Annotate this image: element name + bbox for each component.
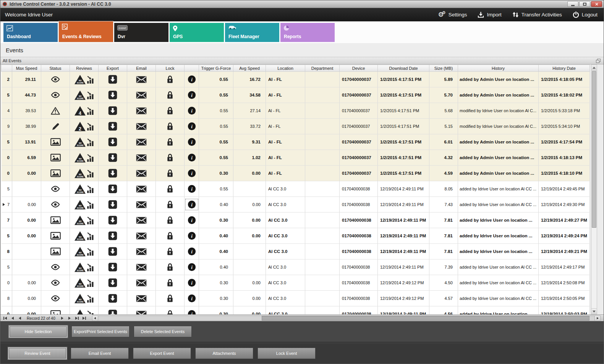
review-stats-icon[interactable]: [86, 201, 94, 209]
minimize-button[interactable]: [567, 1, 578, 7]
event-row[interactable]: 8 0.00 NOSCORE i 0.30 0.00 Al CC 3.0 017…: [2, 291, 590, 306]
info-icon[interactable]: i: [188, 263, 196, 271]
column-header-device[interactable]: Device: [340, 65, 378, 72]
scroll-down-button[interactable]: [591, 308, 597, 314]
review-score-badge[interactable]: NOSCORE: [74, 137, 86, 147]
pencil-icon[interactable]: [52, 122, 60, 130]
eye-icon[interactable]: [50, 76, 60, 82]
review-stats-icon[interactable]: [86, 138, 94, 146]
eye-icon[interactable]: [50, 92, 60, 98]
lock-icon[interactable]: [167, 216, 173, 224]
info-icon[interactable]: i: [188, 138, 196, 146]
lock-icon[interactable]: [167, 294, 173, 303]
email-icon[interactable]: [136, 170, 147, 177]
event-row[interactable]: 0 0.00 NOSCORE i 0.30 0.00 Al CC 3.0 017…: [2, 306, 590, 315]
review-stats-icon[interactable]: [86, 310, 94, 315]
vertical-scroll-track[interactable]: [591, 71, 597, 308]
review-score-badge[interactable]: NOSCORE: [74, 293, 86, 304]
review-stats-icon[interactable]: [86, 185, 94, 193]
event-row[interactable]: 5 NOSCORE i 0.55 Al CC 3.0 017040000038 …: [2, 181, 590, 197]
tab-reports[interactable]: Reports: [280, 23, 335, 42]
export-icon[interactable]: [108, 153, 117, 162]
lock-icon[interactable]: [167, 279, 173, 287]
tab-dashboard[interactable]: Dashboard: [3, 23, 58, 42]
review-stats-icon[interactable]: [86, 169, 94, 177]
review-stats-icon[interactable]: [86, 122, 94, 130]
review-stats-icon[interactable]: [86, 91, 94, 99]
event-row[interactable]: 5 13.91 NOSCORE i 0.55 9.31 Al - FL 0170…: [2, 134, 590, 150]
lock-event-button[interactable]: Lock Event: [257, 348, 316, 359]
lock-icon[interactable]: [167, 169, 173, 177]
export-icon[interactable]: [108, 137, 117, 147]
export-icon[interactable]: [108, 200, 117, 209]
review-score-badge[interactable]: NOSCORE: [74, 262, 86, 272]
review-score-badge[interactable]: NOSCORE: [74, 74, 86, 85]
tab-fleet-manager[interactable]: Fleet Manager: [225, 23, 279, 42]
eye-icon[interactable]: [50, 264, 60, 270]
lock-icon[interactable]: [167, 75, 173, 84]
info-icon[interactable]: i: [188, 294, 196, 303]
vertical-scrollbar[interactable]: [591, 64, 597, 314]
eye-icon[interactable]: [50, 186, 60, 192]
column-header-info[interactable]: [185, 65, 199, 72]
info-icon[interactable]: i: [188, 247, 196, 256]
export-print-selected-events-button[interactable]: Export/Print Selected Events: [71, 326, 130, 337]
scroll-right-button[interactable]: [594, 316, 600, 321]
image-icon[interactable]: [50, 232, 61, 240]
email-icon[interactable]: [136, 232, 147, 240]
event-row[interactable]: 5 44.73 NOSCORE i 0.55 34.58 Al - FL 017…: [2, 87, 590, 103]
nav-end-button[interactable]: [81, 316, 87, 321]
lock-icon[interactable]: [167, 310, 173, 314]
review-score-badge[interactable]: NOSCORE: [74, 231, 86, 241]
warning-icon[interactable]: [51, 107, 60, 115]
horizontal-scrollbar[interactable]: [92, 316, 601, 321]
email-icon[interactable]: [136, 154, 147, 161]
email-icon[interactable]: [136, 201, 147, 208]
event-row[interactable]: 2 29.11 NOSCORE i 0.55 16.72 Al - FL 017…: [2, 72, 590, 87]
info-icon[interactable]: i: [188, 310, 196, 314]
lock-icon[interactable]: [167, 247, 173, 256]
review-stats-icon[interactable]: [86, 154, 94, 162]
export-icon[interactable]: [108, 90, 117, 100]
image-icon[interactable]: [50, 154, 61, 161]
column-header-location[interactable]: Location: [266, 65, 305, 72]
export-icon[interactable]: [108, 294, 117, 303]
nav-prev-button[interactable]: [16, 316, 23, 321]
review-score-badge[interactable]: NOSCORE: [74, 200, 86, 210]
info-icon[interactable]: i: [188, 75, 196, 84]
review-stats-icon[interactable]: [86, 107, 94, 115]
column-header-department[interactable]: Department: [305, 65, 340, 72]
lock-icon[interactable]: [167, 232, 173, 240]
column-header-trigger-g-force[interactable]: Trigger G-Force: [199, 65, 233, 72]
lock-icon[interactable]: [167, 153, 173, 162]
review-score-badge[interactable]: NOSCORE: [74, 246, 86, 257]
tab-dvr[interactable]: EVENTDvr: [114, 23, 168, 42]
review-score-badge[interactable]: NOSCORE: [74, 168, 86, 179]
hide-selection-button[interactable]: Hide Selection: [9, 326, 67, 337]
email-icon[interactable]: [136, 92, 147, 99]
review-score-badge[interactable]: NOSCORE: [74, 153, 86, 163]
tab-events-reviews[interactable]: Events & Reviews: [59, 21, 113, 42]
panel-restore-icon[interactable]: [596, 59, 601, 63]
nav-first-button[interactable]: [2, 316, 8, 321]
event-row[interactable]: 5 0.00 NOSCORE i 0.40 0.00 Al CC 3.0 017…: [2, 228, 590, 244]
column-header-max-speed[interactable]: Max Speed: [12, 65, 41, 72]
export-icon[interactable]: [108, 278, 117, 287]
info-icon[interactable]: i: [188, 279, 196, 287]
delete-selected-events-button[interactable]: Delete Selected Events: [134, 326, 192, 337]
email-icon[interactable]: [136, 279, 147, 287]
column-header-reviews[interactable]: Reviews: [70, 65, 99, 72]
column-header-history-date[interactable]: History Date: [539, 65, 590, 72]
export-icon[interactable]: [108, 247, 117, 256]
event-row[interactable]: 0 0.00 NOSCORE i 0.30 0.00 Al - FL 01704…: [2, 166, 590, 181]
review-stats-icon[interactable]: [86, 263, 94, 271]
eye-icon[interactable]: [50, 295, 60, 301]
info-icon[interactable]: i: [188, 200, 196, 209]
review-stats-icon[interactable]: [86, 279, 94, 287]
scroll-up-button[interactable]: [591, 65, 597, 71]
review-score-badge[interactable]: NOSCORE: [74, 184, 86, 194]
image-icon[interactable]: [50, 169, 61, 177]
review-score-badge[interactable]: NOSCORE: [74, 215, 86, 225]
email-icon[interactable]: [136, 295, 147, 302]
email-icon[interactable]: [136, 123, 147, 130]
